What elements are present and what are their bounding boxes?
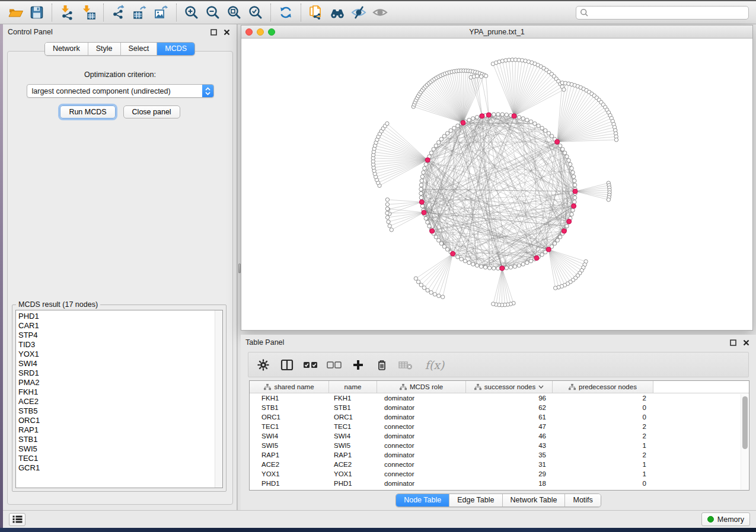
zoom-fit-icon [227,5,242,20]
table-row[interactable]: TEC1TEC1connector472 [250,422,749,431]
tree-icon [400,384,407,390]
open-button[interactable] [5,3,26,22]
zoom-in-button[interactable] [181,3,202,22]
mcds-list-item[interactable]: STB1 [18,435,213,444]
mcds-result-list: PHD1CAR1STP4TID3YOX1SWI4SRD1PMA2FKH1ACE2… [15,310,223,488]
mcds-list-item[interactable]: ACE2 [18,397,213,406]
table-row[interactable]: PHD1PHD1dominator180 [250,479,749,488]
tab-select[interactable]: Select [121,43,158,55]
column-header-name[interactable]: name [329,381,377,393]
table-panel-title: Table Panel [245,338,284,347]
table-toolbar: f(x) [248,352,749,377]
tab-network-table[interactable]: Network Table [503,494,566,507]
close-mcds-panel-button[interactable]: Close panel [123,105,180,118]
mcds-list-item[interactable]: GCR1 [18,463,213,473]
list-icon [12,515,23,523]
tab-mcds[interactable]: MCDS [157,43,194,55]
table-scrollbar[interactable] [741,394,748,489]
table-settings-button[interactable] [256,357,271,373]
zoom-selected-button[interactable] [245,3,266,22]
mcds-list-item[interactable]: RAP1 [18,425,213,435]
save-button[interactable] [26,3,47,22]
float-table-panel-button[interactable] [728,338,738,347]
tab-style[interactable]: Style [88,43,121,55]
close-table-panel-button[interactable] [741,338,751,347]
table-row[interactable]: STB1STB1dominator620 [250,403,749,412]
mcds-list-item[interactable]: PHD1 [18,312,213,321]
import-network-button[interactable] [56,3,78,22]
add-column-button[interactable] [350,357,366,373]
delete-table-icon [398,360,413,370]
table-row[interactable]: FKH1FKH1dominator962 [250,393,749,403]
hide-selected-button[interactable] [348,3,369,22]
mcds-list-item[interactable]: SWI4 [18,359,213,368]
mcds-list-item[interactable]: CAR1 [18,321,213,331]
table-row[interactable]: YOX1YOX1connector291 [250,469,749,479]
float-panel-button[interactable] [208,27,219,37]
show-columns-icon [280,359,294,371]
export-table-button[interactable] [129,3,151,22]
mcds-list-item[interactable]: YOX1 [18,350,213,359]
search-network-button[interactable] [327,3,348,22]
optimization-criterion-label: Optimization criterion: [8,70,232,79]
column-header-shared-name[interactable]: shared name [250,381,329,393]
node-table-header: shared namenameMCDS rolesuccessor nodesp… [250,381,749,393]
search-field[interactable] [576,6,749,20]
mcds-list-item[interactable]: TID3 [18,340,213,350]
import-table-button[interactable] [78,3,99,22]
deselect-all-button[interactable] [327,357,342,373]
toolbar-separator [52,4,52,21]
export-image-button[interactable] [151,3,172,22]
tab-node-table[interactable]: Node Table [396,494,449,507]
criterion-dropdown-value: largest connected component (undirected) [27,87,202,95]
table-row[interactable]: ORC1ORC1dominator610 [250,412,749,422]
table-row[interactable]: RAP1RAP1dominator352 [250,450,749,460]
run-mcds-button[interactable]: Run MCDS [60,105,115,118]
clone-network-button[interactable] [305,3,327,22]
memory-button[interactable]: Memory [701,512,750,526]
network-canvas[interactable] [241,39,752,330]
column-header-successor-nodes[interactable]: successor nodes [466,381,553,393]
zoom-selected-icon [248,5,263,20]
mcds-list-item[interactable]: SRD1 [18,368,213,378]
zoom-fit-button[interactable] [224,3,245,22]
mcds-list-item[interactable]: STB5 [18,406,213,416]
mcds-list-item[interactable]: ORC1 [18,416,213,425]
network-window-titlebar[interactable]: YPA_prune.txt_1 [241,25,752,39]
panel-menu-button[interactable] [9,513,25,526]
table-panel: Table Panel f(x) shared namenameMCDS rol… [241,335,756,510]
mcds-list-item[interactable]: FKH1 [18,387,213,397]
select-all-button[interactable] [303,357,318,373]
tree-icon [569,384,576,390]
mcds-list-item[interactable]: SWI5 [18,444,213,454]
show-all-button[interactable] [369,3,391,22]
mcds-list-item[interactable]: TEC1 [18,454,213,463]
criterion-dropdown[interactable]: largest connected component (undirected) [27,84,214,98]
table-row[interactable]: SWI4SWI4dominator462 [250,431,749,441]
mcds-list-item[interactable]: STP4 [18,331,213,340]
network-graph [241,39,752,330]
tab-motifs[interactable]: Motifs [565,494,600,507]
tab-network[interactable]: Network [45,43,88,55]
column-header-mcds-role[interactable]: MCDS role [377,381,466,393]
mcds-result-items: PHD1CAR1STP4TID3YOX1SWI4SRD1PMA2FKH1ACE2… [18,312,213,473]
sort-desc-icon [538,385,544,389]
table-row[interactable]: ACE2ACE2connector311 [250,460,749,469]
show-columns-button[interactable] [279,357,295,373]
tab-edge-table[interactable]: Edge Table [449,494,502,507]
table-scrollbar-thumb[interactable] [742,396,748,449]
zoom-out-button[interactable] [202,3,224,22]
zoom-in-icon [184,5,199,20]
table-panel-titlebar: Table Panel [241,335,756,350]
delete-column-button[interactable] [374,357,390,373]
list-scrollbar[interactable] [215,310,222,488]
close-panel-button[interactable] [221,27,232,37]
table-row[interactable]: SWI5SWI5connector431 [250,441,749,450]
column-header-predecessor-nodes[interactable]: predecessor nodes [553,381,653,393]
function-builder-icon: f(x) [425,358,445,371]
export-network-button[interactable] [108,3,129,22]
refresh-button[interactable] [275,3,296,22]
open-icon [8,5,24,20]
mcds-list-item[interactable]: PMA2 [18,378,213,387]
search-input[interactable] [591,8,745,17]
